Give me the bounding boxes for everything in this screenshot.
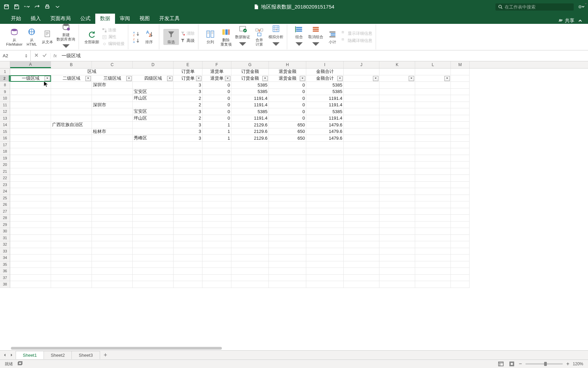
cell[interactable]	[231, 215, 269, 221]
cell[interactable]	[379, 221, 415, 228]
cell[interactable]	[133, 268, 174, 275]
cell[interactable]: 650	[269, 135, 306, 142]
cell[interactable]	[451, 221, 470, 228]
cell[interactable]	[344, 135, 379, 142]
cell[interactable]: 2	[174, 102, 202, 109]
cell[interactable]: 广西壮族自治区	[51, 122, 92, 128]
cell[interactable]	[379, 95, 415, 102]
cell[interactable]	[415, 241, 451, 248]
cell[interactable]	[415, 188, 451, 195]
cell[interactable]	[51, 221, 92, 228]
cell[interactable]	[379, 235, 415, 242]
cell[interactable]	[415, 228, 451, 235]
cell[interactable]	[133, 255, 174, 261]
cell[interactable]	[10, 168, 51, 175]
cell[interactable]	[231, 228, 269, 235]
cell[interactable]	[133, 241, 174, 248]
cell[interactable]: 1191.4	[306, 115, 344, 122]
row-header[interactable]: 19	[0, 155, 10, 162]
cell[interactable]	[10, 201, 51, 208]
row-header[interactable]: 16	[0, 135, 10, 142]
cell[interactable]	[451, 241, 470, 248]
cell[interactable]	[174, 228, 202, 235]
cell[interactable]	[306, 241, 344, 248]
cell[interactable]	[202, 248, 231, 255]
accept-formula-icon[interactable]	[42, 53, 47, 59]
cell[interactable]: 5385	[306, 82, 344, 89]
edit-links-button[interactable]: 编辑链接	[101, 41, 126, 47]
cell[interactable]	[92, 115, 133, 122]
cell[interactable]	[133, 275, 174, 281]
row-header[interactable]: 33	[0, 248, 10, 255]
cell[interactable]	[415, 68, 451, 75]
sheet-tab[interactable]: Sheet1	[16, 351, 44, 359]
cell[interactable]	[133, 228, 174, 235]
cell[interactable]	[269, 148, 306, 155]
cell[interactable]	[379, 115, 415, 122]
cell[interactable]: 1479.6	[306, 135, 344, 142]
zoom-out-button[interactable]: −	[519, 361, 522, 367]
cell[interactable]	[92, 248, 133, 255]
cell[interactable]	[51, 248, 92, 255]
cell[interactable]	[306, 168, 344, 175]
cell[interactable]	[344, 122, 379, 128]
cell[interactable]	[92, 261, 133, 268]
cell[interactable]	[415, 115, 451, 122]
cell[interactable]	[344, 82, 379, 89]
sort-asc-icon[interactable]: AZ	[132, 31, 140, 37]
cell[interactable]	[202, 168, 231, 175]
cell[interactable]	[10, 188, 51, 195]
row-header[interactable]: 11	[0, 102, 10, 109]
header-cell[interactable]: 三级区域	[92, 75, 133, 82]
cell[interactable]	[415, 195, 451, 202]
row-header[interactable]: 12	[0, 108, 10, 115]
filter-dropdown-icon[interactable]	[45, 76, 50, 81]
col-header-G[interactable]: G	[231, 61, 269, 68]
cell[interactable]	[306, 162, 344, 168]
cell[interactable]	[344, 228, 379, 235]
cell[interactable]	[451, 255, 470, 261]
cell[interactable]	[451, 195, 470, 202]
filter-dropdown-icon[interactable]	[409, 76, 414, 81]
cell[interactable]: 0	[202, 115, 231, 122]
cell[interactable]: 3	[174, 122, 202, 128]
account-icon[interactable]	[578, 4, 585, 10]
cell[interactable]	[306, 228, 344, 235]
whatif-button[interactable]: ?模拟分析	[267, 24, 285, 50]
cell[interactable]	[133, 215, 174, 221]
undo-icon[interactable]	[24, 4, 30, 10]
cell[interactable]	[51, 268, 92, 275]
cell[interactable]	[51, 235, 92, 242]
cell[interactable]: 3	[174, 128, 202, 135]
cell[interactable]	[202, 261, 231, 268]
row-header[interactable]: 13	[0, 115, 10, 122]
cell[interactable]	[231, 195, 269, 202]
cell[interactable]	[231, 201, 269, 208]
cell[interactable]	[344, 241, 379, 248]
cell[interactable]	[451, 115, 470, 122]
header-cell[interactable]: 金额合计	[306, 75, 344, 82]
spreadsheet-grid[interactable]: ABCDEFGHIJKLM 12891011121314151617181920…	[0, 61, 588, 350]
cell[interactable]	[133, 162, 174, 168]
row-header[interactable]: 21	[0, 168, 10, 175]
cell[interactable]	[306, 188, 344, 195]
cell[interactable]	[344, 168, 379, 175]
cell[interactable]	[92, 235, 133, 242]
cell[interactable]	[269, 241, 306, 248]
cell[interactable]	[306, 215, 344, 221]
cell[interactable]	[10, 128, 51, 135]
cell[interactable]: 0	[202, 82, 231, 89]
cell[interactable]	[202, 235, 231, 242]
cell[interactable]: 0	[269, 89, 306, 95]
cell[interactable]	[51, 135, 92, 142]
hide-detail-button[interactable]: 隐藏详细信息	[340, 37, 374, 44]
ungroup-button[interactable]: 取消组合	[307, 24, 325, 50]
cell[interactable]	[451, 89, 470, 95]
col-header-I[interactable]: I	[306, 61, 344, 68]
row-header[interactable]: 8	[0, 82, 10, 89]
cell[interactable]	[306, 235, 344, 242]
page-layout-view-icon[interactable]	[508, 361, 516, 367]
cell[interactable]	[344, 261, 379, 268]
cell[interactable]	[92, 162, 133, 168]
cell[interactable]	[344, 95, 379, 102]
